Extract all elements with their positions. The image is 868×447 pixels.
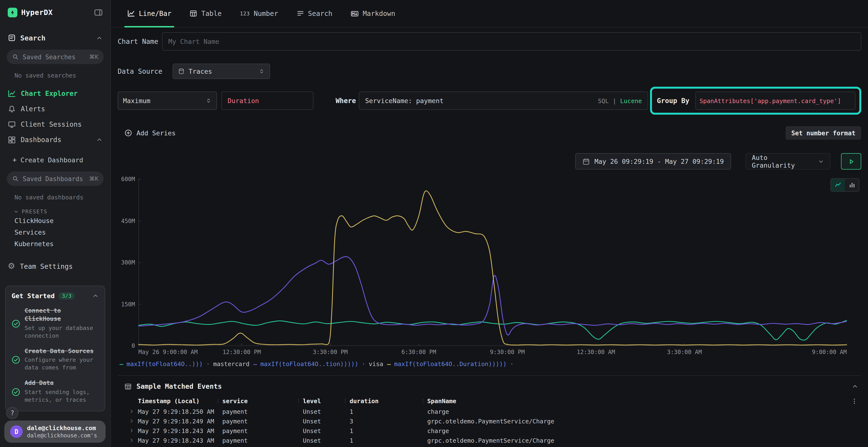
- drag-handle-icon[interactable]: ⋮: [343, 398, 348, 403]
- preset-kubernetes[interactable]: Kubernetes: [0, 238, 111, 249]
- collapse-chevron-icon[interactable]: [851, 383, 858, 390]
- sidebar-item-client-sessions[interactable]: Client Sessions: [0, 116, 111, 132]
- drag-handle-icon[interactable]: ⋮: [296, 398, 301, 403]
- events-table-header: Timestamp (Local) ⋮service ⋮level ⋮durat…: [118, 395, 861, 407]
- y-axis-labels: 600M 450M 300M 150M 0: [118, 171, 135, 356]
- series-actions-row: Add Series Set number format: [118, 126, 861, 140]
- set-number-format-button[interactable]: Set number format: [785, 126, 861, 140]
- group-by-label: Group By: [657, 97, 689, 105]
- where-input[interactable]: [365, 97, 594, 105]
- tab-markdown[interactable]: Markdown: [348, 0, 398, 27]
- drag-handle-icon[interactable]: ⋮: [421, 398, 425, 403]
- run-query-button[interactable]: [841, 153, 861, 170]
- preset-clickhouse[interactable]: ClickHouse: [0, 215, 111, 227]
- legend-entry[interactable]: — maxIf(toFloat64O..Duration))))) ·: [387, 360, 517, 368]
- add-series-button[interactable]: Add Series: [124, 129, 176, 137]
- sidebar-item-label: Client Sessions: [21, 121, 82, 128]
- legend-entry[interactable]: — maxIf(toFloat64O..tion))))) · visa: [253, 360, 383, 368]
- data-source-select[interactable]: Traces: [173, 64, 270, 79]
- chart-explorer-form: Chart Name Data Source Traces Maximu: [111, 28, 868, 447]
- chevron-down-icon: [13, 209, 19, 214]
- date-range-picker[interactable]: May 26 09:29:19 - May 27 09:29:19: [575, 153, 731, 170]
- tab-label: Markdown: [363, 10, 395, 18]
- x-axis-labels: May 26 9:00:00 AM12:30:00 PM3:30:00 PM6:…: [138, 349, 847, 356]
- get-started-item[interactable]: Connect to ClickHouse Set up your databa…: [11, 307, 99, 340]
- sidebar-collapse-button[interactable]: [94, 8, 103, 17]
- cell-duration: 1: [350, 437, 427, 444]
- column-header-spanname[interactable]: ⋮SpanName: [427, 397, 844, 404]
- chevron-up-icon[interactable]: [92, 293, 99, 299]
- tab-table[interactable]: Table: [187, 0, 224, 27]
- legend-entry[interactable]: — maxIf(toFloat64O..))) · mastercard: [120, 360, 250, 368]
- group-by-highlight-annotation: Group By: [650, 87, 861, 115]
- create-dashboard-button[interactable]: + Create Dashboard: [12, 156, 103, 164]
- get-started-item-desc: Start sending logs, metrics, or traces: [25, 389, 99, 404]
- group-by-input[interactable]: [695, 92, 856, 110]
- preset-services[interactable]: Services: [0, 227, 111, 238]
- lucene-language-toggle[interactable]: Lucene: [620, 97, 642, 104]
- table-row[interactable]: May 27 9:29:18.243 AM payment Unset 1 ch…: [118, 426, 861, 436]
- legend-group-value: visa: [369, 360, 383, 368]
- get-started-item[interactable]: Add Data Start sending logs, metrics, or…: [11, 379, 99, 404]
- help-button[interactable]: ?: [6, 407, 18, 419]
- main-content: Line/Bar Table 123 Number Search: [111, 0, 868, 447]
- data-source-row: Data Source Traces: [118, 64, 861, 79]
- chevron-up-icon[interactable]: [96, 136, 103, 143]
- granularity-value: Auto Granularity: [752, 153, 813, 169]
- expand-row-icon[interactable]: [125, 409, 138, 414]
- sidebar-header: HyperDX: [0, 0, 111, 18]
- saved-dashboards-button[interactable]: Saved Dashboards ⌘K: [7, 171, 104, 186]
- column-settings-icon[interactable]: ⋮: [844, 397, 861, 404]
- tab-line-bar[interactable]: Line/Bar: [124, 0, 174, 27]
- drag-handle-icon[interactable]: ⋮: [216, 398, 220, 403]
- check-circle-icon: [11, 347, 20, 372]
- expand-row-icon[interactable]: [125, 418, 138, 424]
- field-input[interactable]: [221, 92, 313, 110]
- chart-canvas[interactable]: [138, 179, 847, 346]
- series-row: Maximum Where SQL | Lucene Group: [118, 87, 861, 115]
- saved-dashboards-placeholder: Saved Dashboards: [23, 175, 85, 182]
- column-header-timestamp[interactable]: Timestamp (Local): [138, 397, 222, 404]
- data-source-label: Data Source: [118, 67, 173, 75]
- sample-events-header[interactable]: Sample Matched Events: [118, 376, 861, 395]
- expand-row-icon[interactable]: [125, 428, 138, 434]
- shortcut-badge: ⌘K: [89, 175, 98, 182]
- expand-row-icon[interactable]: [125, 437, 138, 443]
- tab-number[interactable]: 123 Number: [237, 0, 281, 27]
- presets-toggle[interactable]: PRESETS: [13, 209, 103, 215]
- sql-language-toggle[interactable]: SQL: [598, 97, 609, 104]
- presets-label: PRESETS: [22, 209, 48, 215]
- table-row[interactable]: May 27 9:29:18.249 AM payment Unset 3 gr…: [118, 416, 861, 426]
- column-header-service[interactable]: ⋮service: [222, 397, 303, 404]
- chart-name-input[interactable]: [162, 32, 861, 50]
- language-toggle: SQL | Lucene: [598, 97, 642, 104]
- tab-search[interactable]: Search: [293, 0, 335, 27]
- column-header-duration[interactable]: ⋮duration: [350, 397, 427, 404]
- brand[interactable]: HyperDX: [8, 8, 53, 18]
- sidebar-item-dashboards[interactable]: Dashboards: [0, 132, 111, 147]
- cell-service: payment: [222, 408, 303, 415]
- get-started-header: Get Started 3/3: [11, 292, 99, 300]
- cell-spanname: grpc.oteldemo.PaymentService/Charge: [427, 417, 844, 424]
- bell-icon: [8, 105, 16, 113]
- cell-timestamp: May 27 9:29:18.249 AM: [138, 417, 222, 424]
- column-header-level[interactable]: ⋮level: [303, 397, 350, 404]
- table-row[interactable]: May 27 9:29:18.250 AM payment Unset 1 ch…: [118, 407, 861, 416]
- aggregation-select[interactable]: Maximum: [118, 92, 217, 110]
- team-settings-link[interactable]: ⚙ Team Settings: [0, 262, 111, 270]
- cell-duration: 1: [350, 408, 427, 415]
- search-section-header[interactable]: Search: [0, 34, 111, 42]
- get-started-item[interactable]: Create Data Sources Configure where your…: [11, 347, 99, 372]
- saved-searches-button[interactable]: Saved Searches ⌘K: [7, 49, 104, 64]
- chevron-up-icon[interactable]: [96, 34, 103, 41]
- get-started-item-desc: Set up your database connection: [25, 325, 99, 340]
- where-search-box[interactable]: SQL | Lucene: [359, 92, 648, 110]
- sidebar-item-chart-explorer[interactable]: Chart Explorer: [0, 86, 111, 101]
- bar-chart-toggle[interactable]: [845, 179, 859, 191]
- user-menu[interactable]: D dale@clickhouse.com dale@clickhouse.co…: [4, 420, 105, 443]
- chart-display-toggle: [830, 178, 859, 192]
- line-chart-toggle[interactable]: [831, 179, 845, 191]
- table-row[interactable]: May 27 9:29:18.243 AM payment Unset 1 gr…: [118, 436, 861, 445]
- granularity-select[interactable]: Auto Granularity: [745, 153, 830, 170]
- sidebar-item-alerts[interactable]: Alerts: [0, 101, 111, 116]
